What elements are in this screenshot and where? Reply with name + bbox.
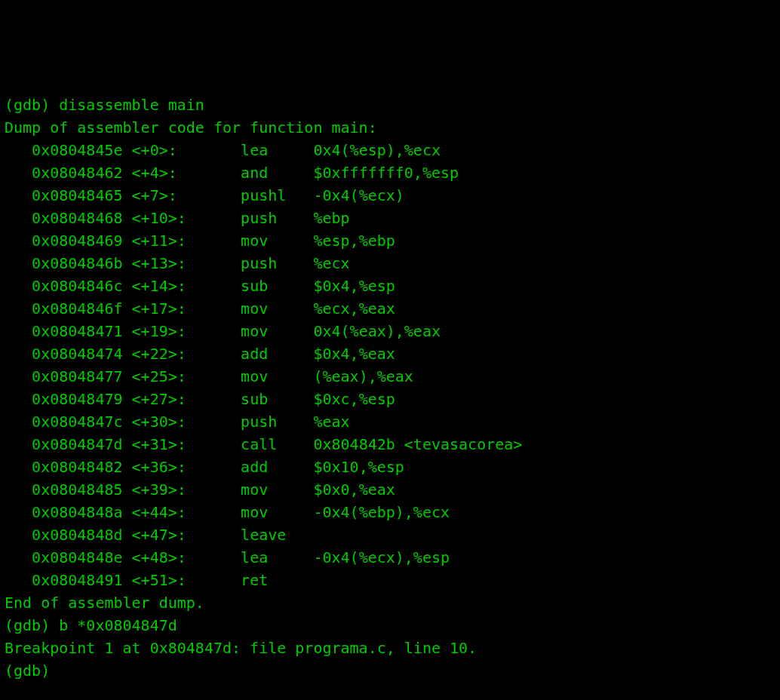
asm-operands: (%eax),%eax (313, 367, 413, 385)
asm-mnemonic: leave (241, 523, 313, 546)
asm-mnemonic: mov (241, 365, 313, 388)
asm-offset: <+13>: (132, 254, 195, 272)
asm-mnemonic: add (241, 456, 313, 478)
asm-mnemonic: ret (241, 569, 313, 591)
asm-operands: %eax (313, 413, 349, 431)
asm-operands: %ebp (313, 209, 349, 227)
asm-operands: $0xfffffff0,%esp (313, 164, 459, 182)
asm-address: 0x0804846b (32, 254, 122, 272)
asm-mnemonic: add (241, 342, 313, 365)
asm-instruction-row: 0x0804846c <+14>: sub$0x4,%esp (5, 275, 775, 297)
asm-offset: <+22>: (132, 345, 195, 363)
asm-instruction-row: 0x08048477 <+25>: mov(%eax),%eax (5, 365, 775, 388)
asm-operands: %ecx,%eax (313, 299, 395, 318)
asm-instruction-row: 0x08048482 <+36>: add$0x10,%esp (5, 456, 775, 478)
asm-mnemonic: sub (241, 388, 313, 410)
asm-operands: -0x4(%ecx) (313, 186, 404, 204)
asm-mnemonic: push (241, 410, 313, 433)
asm-address: 0x0804846c (32, 277, 122, 295)
asm-mnemonic: push (241, 252, 313, 275)
asm-address: 0x0804847d (32, 435, 122, 453)
asm-offset: <+10>: (132, 209, 195, 227)
asm-instruction-row: 0x0804846b <+13>: push%ecx (5, 252, 775, 275)
asm-offset: <+25>: (132, 367, 195, 385)
asm-offset: <+11>: (132, 232, 195, 250)
asm-address: 0x08048477 (32, 367, 122, 385)
asm-mnemonic: sub (241, 275, 313, 297)
dump-footer: End of assembler dump. (5, 591, 775, 614)
asm-mnemonic: and (241, 161, 313, 184)
asm-address: 0x08048462 (32, 164, 122, 182)
asm-mnemonic: call (241, 433, 313, 456)
asm-offset: <+14>: (132, 277, 195, 295)
asm-address: 0x0804846f (32, 299, 122, 318)
gdb-command-line: (gdb) b *0x0804847d (5, 614, 775, 637)
asm-mnemonic: mov (241, 478, 313, 501)
asm-operands: -0x4(%ecx),%esp (313, 548, 450, 566)
asm-offset: <+27>: (132, 390, 195, 408)
asm-offset: <+0>: (132, 141, 195, 159)
asm-address: 0x08048465 (32, 186, 122, 204)
asm-address: 0x08048479 (32, 390, 122, 408)
asm-address: 0x0804848d (32, 526, 122, 544)
asm-mnemonic: mov (241, 501, 313, 523)
asm-offset: <+51>: (132, 571, 195, 589)
breakpoint-result: Breakpoint 1 at 0x804847d: file programa… (5, 637, 775, 659)
asm-instruction-row: 0x08048479 <+27>: sub$0xc,%esp (5, 388, 775, 410)
asm-operands: -0x4(%ebp),%ecx (313, 503, 450, 521)
asm-instruction-row: 0x08048491 <+51>: ret (5, 569, 775, 591)
asm-operands: %esp,%ebp (313, 232, 395, 250)
gdb-command-line: (gdb) disassemble main (5, 94, 775, 116)
asm-mnemonic: push (241, 207, 313, 229)
asm-instruction-row: 0x0804846f <+17>: mov%ecx,%eax (5, 297, 775, 320)
asm-offset: <+30>: (132, 413, 195, 431)
asm-instruction-row: 0x08048462 <+4>: and$0xfffffff0,%esp (5, 161, 775, 184)
asm-offset: <+7>: (132, 186, 195, 204)
asm-address: 0x08048468 (32, 209, 122, 227)
asm-offset: <+17>: (132, 299, 195, 318)
gdb-prompt-line[interactable]: (gdb) (5, 659, 775, 682)
asm-address: 0x08048471 (32, 322, 122, 340)
asm-offset: <+48>: (132, 548, 195, 566)
asm-address: 0x08048469 (32, 232, 122, 250)
asm-offset: <+19>: (132, 322, 195, 340)
asm-offset: <+4>: (132, 164, 195, 182)
asm-address: 0x0804845e (32, 141, 122, 159)
asm-instruction-row: 0x08048465 <+7>: pushl-0x4(%ecx) (5, 184, 775, 207)
asm-instruction-row: 0x0804848a <+44>: mov-0x4(%ebp),%ecx (5, 501, 775, 523)
asm-instruction-row: 0x0804845e <+0>: lea0x4(%esp),%ecx (5, 139, 775, 161)
gdb-prompt: (gdb) (5, 662, 59, 680)
asm-instruction-row: 0x08048485 <+39>: mov$0x0,%eax (5, 478, 775, 501)
asm-operands: $0x0,%eax (313, 480, 395, 499)
asm-offset: <+39>: (132, 480, 195, 499)
asm-operands: 0x804842b <tevasacorea> (313, 435, 522, 453)
gdb-command: disassemble main (59, 96, 204, 114)
asm-operands: 0x4(%esp),%ecx (313, 141, 441, 159)
asm-operands: %ecx (313, 254, 349, 272)
asm-offset: <+44>: (132, 503, 195, 521)
asm-offset: <+31>: (132, 435, 195, 453)
asm-address: 0x08048485 (32, 480, 122, 499)
asm-instruction-row: 0x0804848d <+47>: leave (5, 523, 775, 546)
asm-instruction-row: 0x0804847c <+30>: push%eax (5, 410, 775, 433)
dump-header: Dump of assembler code for function main… (5, 116, 775, 139)
asm-instruction-row: 0x0804848e <+48>: lea-0x4(%ecx),%esp (5, 546, 775, 569)
asm-address: 0x08048482 (32, 458, 122, 476)
asm-operands: 0x4(%eax),%eax (313, 322, 441, 340)
asm-mnemonic: lea (241, 139, 313, 161)
gdb-command: b *0x0804847d (59, 616, 177, 634)
asm-operands: $0x4,%esp (313, 277, 395, 295)
asm-mnemonic: mov (241, 320, 313, 342)
asm-mnemonic: mov (241, 229, 313, 252)
asm-address: 0x0804847c (32, 413, 122, 431)
gdb-prompt: (gdb) (5, 96, 59, 114)
asm-instruction-row: 0x08048469 <+11>: mov%esp,%ebp (5, 229, 775, 252)
asm-instruction-row: 0x08048474 <+22>: add$0x4,%eax (5, 342, 775, 365)
asm-offset: <+47>: (132, 526, 195, 544)
asm-address: 0x08048491 (32, 571, 122, 589)
terminal-output[interactable]: (gdb) disassemble mainDump of assembler … (5, 94, 775, 682)
asm-mnemonic: mov (241, 297, 313, 320)
gdb-prompt: (gdb) (5, 616, 59, 634)
asm-address: 0x08048474 (32, 345, 122, 363)
asm-mnemonic: pushl (241, 184, 313, 207)
